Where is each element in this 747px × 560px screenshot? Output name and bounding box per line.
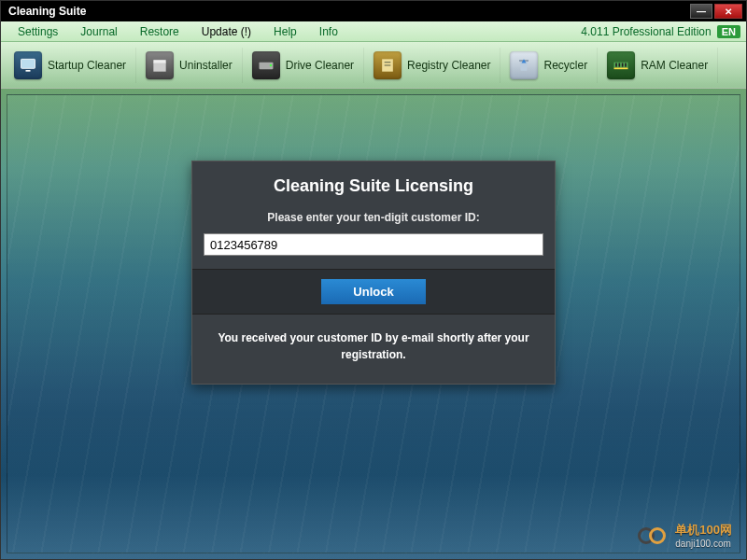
toolbar-label: Startup Cleaner bbox=[48, 59, 126, 72]
toolbar: Startup Cleaner Uninstaller Drive Cleane… bbox=[1, 42, 746, 89]
toolbar-ram-cleaner[interactable]: RAM Cleaner bbox=[598, 48, 718, 83]
registry-icon bbox=[374, 51, 402, 79]
svg-rect-11 bbox=[614, 67, 628, 69]
svg-rect-15 bbox=[625, 63, 627, 66]
window-title: Cleaning Suite bbox=[5, 5, 688, 18]
monitor-icon bbox=[14, 51, 42, 79]
language-badge[interactable]: EN bbox=[717, 25, 740, 38]
svg-rect-14 bbox=[622, 63, 624, 66]
svg-rect-3 bbox=[153, 60, 165, 63]
box-icon bbox=[146, 51, 174, 79]
panel-note: You received your customer ID by e-mail … bbox=[192, 315, 555, 384]
toolbar-drive-cleaner[interactable]: Drive Cleaner bbox=[243, 48, 364, 83]
watermark-subtext: danji100.com bbox=[675, 539, 732, 549]
watermark-text: 单机100网 bbox=[675, 523, 732, 537]
menu-update[interactable]: Update (!) bbox=[190, 23, 262, 40]
toolbar-label: Registry Cleaner bbox=[407, 59, 490, 72]
watermark: 单机100网 danji100.com bbox=[638, 522, 732, 549]
toolbar-registry-cleaner[interactable]: Registry Cleaner bbox=[364, 48, 500, 83]
menu-help[interactable]: Help bbox=[262, 23, 308, 40]
licensing-panel: Cleaning Suite Licensing Please enter yo… bbox=[191, 161, 556, 385]
toolbar-label: Uninstaller bbox=[179, 59, 233, 72]
toolbar-recycler[interactable]: Recycler bbox=[500, 48, 598, 83]
minimize-button[interactable]: — bbox=[690, 4, 712, 19]
menu-restore[interactable]: Restore bbox=[129, 23, 190, 40]
ram-icon bbox=[607, 51, 635, 79]
unlock-button[interactable]: Unlock bbox=[321, 279, 425, 304]
panel-title: Cleaning Suite Licensing bbox=[192, 161, 555, 203]
svg-rect-2 bbox=[153, 62, 165, 71]
svg-rect-1 bbox=[26, 70, 31, 72]
toolbar-label: Drive Cleaner bbox=[286, 59, 354, 72]
drive-icon bbox=[252, 51, 280, 79]
svg-rect-0 bbox=[21, 59, 35, 68]
app-window: Cleaning Suite — ✕ Settings Journal Rest… bbox=[0, 0, 747, 560]
toolbar-startup-cleaner[interactable]: Startup Cleaner bbox=[5, 48, 136, 83]
edition-label: 4.011 Professional Edition bbox=[581, 25, 716, 38]
svg-point-5 bbox=[270, 63, 273, 66]
titlebar: Cleaning Suite — ✕ bbox=[1, 1, 746, 21]
toolbar-uninstaller[interactable]: Uninstaller bbox=[136, 48, 243, 83]
toolbar-label: RAM Cleaner bbox=[641, 59, 708, 72]
menu-settings[interactable]: Settings bbox=[7, 23, 69, 40]
menubar: Settings Journal Restore Update (!) Help… bbox=[1, 21, 746, 42]
close-button[interactable]: ✕ bbox=[714, 4, 742, 19]
watermark-logo-icon bbox=[638, 525, 669, 546]
svg-rect-12 bbox=[615, 63, 617, 66]
menu-journal[interactable]: Journal bbox=[69, 23, 128, 40]
svg-rect-13 bbox=[619, 63, 621, 66]
menu-info[interactable]: Info bbox=[308, 23, 349, 40]
customer-id-input[interactable] bbox=[204, 233, 543, 256]
toolbar-label: Recycler bbox=[543, 59, 587, 72]
recycle-bin-icon bbox=[510, 51, 538, 79]
content-area: Cleaning Suite Licensing Please enter yo… bbox=[7, 94, 740, 553]
button-row: Unlock bbox=[192, 269, 555, 315]
panel-prompt: Please enter your ten-digit customer ID: bbox=[192, 203, 555, 233]
